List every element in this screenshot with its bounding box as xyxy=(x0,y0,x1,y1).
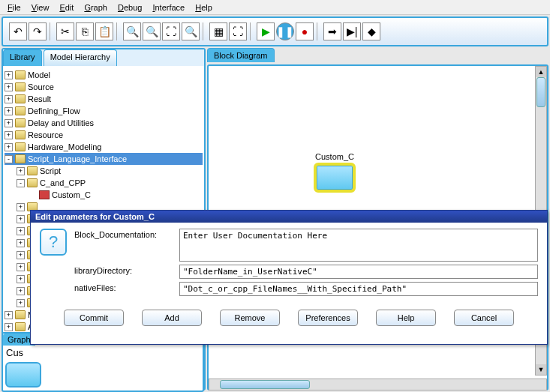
expand-icon[interactable]: + xyxy=(17,263,25,271)
library-directory-input[interactable] xyxy=(179,265,538,279)
folder-closed-icon xyxy=(15,322,26,331)
expand-icon[interactable]: + xyxy=(5,83,13,91)
expand-icon[interactable]: + xyxy=(17,299,25,307)
expand-icon[interactable]: + xyxy=(17,203,25,211)
expand-icon[interactable]: + xyxy=(17,215,25,223)
commit-button[interactable]: Commit xyxy=(64,310,124,326)
tree-item-custom-c[interactable]: Custom_C xyxy=(5,189,203,201)
grid-button[interactable]: ▦ xyxy=(209,22,227,40)
menu-interface[interactable]: Interface xyxy=(148,1,189,13)
diamond-button[interactable]: ◆ xyxy=(362,22,380,40)
expand-icon[interactable]: + xyxy=(5,323,13,331)
help-button[interactable]: Help xyxy=(376,310,436,326)
dialog-title: Edit parameters for Custom_C xyxy=(31,211,547,223)
undo-button[interactable]: ↶ xyxy=(9,22,27,40)
block-body[interactable] xyxy=(314,163,356,193)
pause-button[interactable]: ❚❚ xyxy=(276,22,294,40)
menu-view[interactable]: View xyxy=(27,1,54,13)
play-button[interactable]: ▶ xyxy=(257,22,275,40)
graph-block-icon[interactable] xyxy=(5,362,41,388)
tree-item-label: Script_Language_Interface xyxy=(28,154,127,163)
tree-item-label: Resource xyxy=(28,130,63,139)
expand-icon[interactable]: + xyxy=(5,131,13,139)
tree-item-script-language-interface[interactable]: -Script_Language_Interface xyxy=(5,153,203,165)
preferences-button[interactable]: Preferences xyxy=(298,310,358,326)
native-files-input[interactable] xyxy=(179,282,538,296)
step-forward-button[interactable]: ➡ xyxy=(323,22,341,40)
folder-open-icon xyxy=(27,178,38,187)
expand-icon[interactable]: + xyxy=(5,71,13,79)
menu-file[interactable]: File xyxy=(3,1,26,13)
folder-closed-icon xyxy=(15,130,26,139)
tree-item-source[interactable]: +Source xyxy=(5,81,203,93)
tree-item-label: Defining_Flow xyxy=(28,106,80,115)
add-button[interactable]: Add xyxy=(142,310,202,326)
redo-button[interactable]: ↷ xyxy=(29,22,47,40)
graph-block-label: Cus xyxy=(3,346,203,360)
expand-icon[interactable]: + xyxy=(17,275,25,283)
folder-closed-icon xyxy=(15,94,26,103)
expand-icon[interactable]: + xyxy=(17,167,25,175)
expand-icon[interactable]: + xyxy=(5,95,13,103)
expand-icon[interactable]: - xyxy=(5,155,13,163)
folder-closed-icon xyxy=(15,142,26,151)
block-documentation-input[interactable] xyxy=(179,229,538,262)
expand-icon[interactable]: + xyxy=(5,143,13,151)
expand-icon[interactable]: + xyxy=(5,311,13,319)
cube-icon xyxy=(39,190,50,199)
folder-closed-icon xyxy=(15,310,26,319)
expand-icon[interactable]: + xyxy=(17,239,25,247)
paste-button[interactable]: 📋 xyxy=(95,22,113,40)
folder-closed-icon xyxy=(27,166,38,175)
expand-icon xyxy=(29,191,37,199)
tree-item-c-and-cpp[interactable]: -C_and_CPP xyxy=(5,177,203,189)
folder-closed-icon xyxy=(15,70,26,79)
horizontal-scrollbar[interactable] xyxy=(209,379,547,391)
zoom-reset-button[interactable]: 🔍 xyxy=(182,22,200,40)
custom-c-block[interactable]: Custom_C xyxy=(314,152,356,193)
edit-parameters-dialog: Edit parameters for Custom_C ? Block_Doc… xyxy=(30,210,548,345)
menu-edit[interactable]: Edit xyxy=(55,1,78,13)
tree-item-defining-flow[interactable]: +Defining_Flow xyxy=(5,105,203,117)
menu-graph[interactable]: Graph xyxy=(80,1,112,13)
tree-item-result[interactable]: +Result xyxy=(5,93,203,105)
tree-item-label: Hardware_Modeling xyxy=(28,142,101,151)
folder-open-icon xyxy=(15,154,26,163)
menu-debug[interactable]: Debug xyxy=(113,1,146,13)
expand-icon[interactable]: - xyxy=(17,179,25,187)
stop-button[interactable]: ● xyxy=(296,22,314,40)
tree-item-delay-and-utilities[interactable]: +Delay and Utilities xyxy=(5,117,203,129)
zoom-in-button[interactable]: 🔍 xyxy=(123,22,141,40)
expand-icon[interactable]: + xyxy=(5,119,13,127)
native-files-label: nativeFiles: xyxy=(74,282,179,292)
tree-item-resource[interactable]: +Resource xyxy=(5,129,203,141)
cut-button[interactable]: ✂ xyxy=(56,22,74,40)
tree-item-label: Custom_C xyxy=(52,190,91,199)
tab-library[interactable]: Library xyxy=(3,49,42,66)
block-documentation-label: Block_Documentation: xyxy=(74,229,179,239)
tree-item-hardware-modeling[interactable]: +Hardware_Modeling xyxy=(5,141,203,153)
cancel-button[interactable]: Cancel xyxy=(454,310,514,326)
folder-closed-icon xyxy=(15,82,26,91)
step-end-button[interactable]: ▶| xyxy=(343,22,361,40)
remove-button[interactable]: Remove xyxy=(220,310,280,326)
tree-item-label: Result xyxy=(28,94,51,103)
expand-icon[interactable]: + xyxy=(5,107,13,115)
expand-button[interactable]: ⛶ xyxy=(229,22,247,40)
tree-item-label: C_and_CPP xyxy=(40,178,86,187)
zoom-out-button[interactable]: 🔍 xyxy=(143,22,161,40)
tab-block-diagram[interactable]: Block Diagram xyxy=(207,48,275,62)
help-icon: ? xyxy=(40,229,67,256)
tab-model-hierarchy[interactable]: Model Hierarchy xyxy=(44,49,117,66)
expand-icon[interactable]: + xyxy=(17,251,25,259)
tree-item-script[interactable]: +Script xyxy=(5,165,203,177)
expand-icon[interactable]: + xyxy=(17,227,25,235)
copy-button[interactable]: ⎘ xyxy=(76,22,94,40)
menu-help[interactable]: Help xyxy=(191,1,217,13)
tree-item-label: Delay and Utilities xyxy=(28,118,94,127)
tree-item-model[interactable]: +Model xyxy=(5,69,203,81)
expand-icon[interactable]: + xyxy=(17,287,25,295)
zoom-fit-button[interactable]: ⛶ xyxy=(162,22,180,40)
tree-item-label: Script xyxy=(40,166,61,175)
tree-item-label: Model xyxy=(28,70,50,79)
